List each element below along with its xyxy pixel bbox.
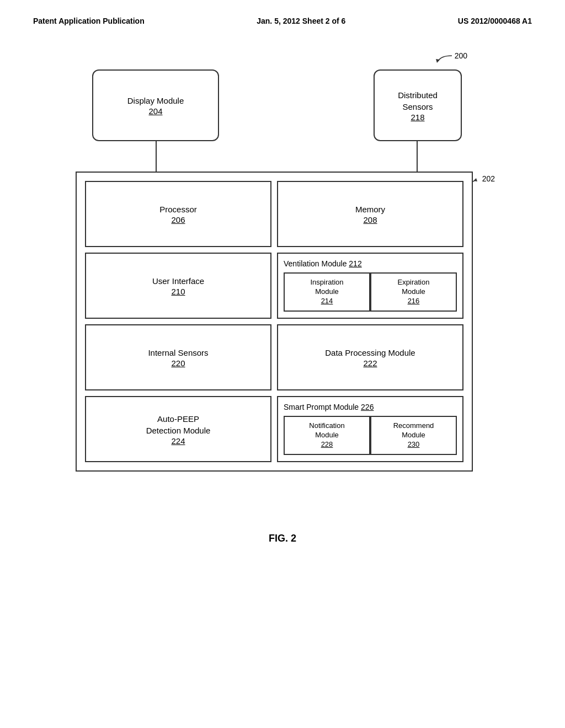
processor-number: 206 [171, 215, 185, 224]
auto-peep-cell: Auto-PEEP Detection Module 224 [85, 396, 271, 462]
distributed-sensors-box: Distributed Sensors 218 [374, 69, 462, 141]
ventilation-title: Ventilation Module 212 [284, 259, 457, 268]
smart-prompt-title: Smart Prompt Module 226 [284, 403, 457, 411]
processor-cell: Processor 206 [85, 181, 271, 247]
expiration-number: 216 [408, 297, 420, 306]
inspiration-number: 214 [321, 297, 333, 306]
expiration-module-box: Expiration Module 216 [370, 272, 457, 312]
display-module-box: Display Module 204 [92, 69, 219, 141]
distributed-sensors-number: 218 [411, 113, 424, 122]
ventilation-number: 212 [349, 259, 361, 268]
notification-module-box: Notification Module 228 [284, 416, 370, 455]
display-module-label: Display Module [127, 95, 184, 106]
internal-sensors-cell: Internal Sensors 220 [85, 324, 271, 390]
header-right: US 2012/0000468 A1 [458, 17, 532, 25]
smart-prompt-module-cell: Smart Prompt Module 226 Notification Mod… [277, 396, 463, 462]
fig-caption: FIG. 2 [0, 533, 565, 544]
svg-marker-1 [473, 178, 477, 181]
memory-label: Memory [355, 204, 385, 215]
connector-display [156, 141, 157, 172]
display-module-number: 204 [148, 106, 162, 116]
header-left: Patent Application Publication [33, 17, 145, 25]
data-processing-label: Data Processing Module [325, 347, 415, 358]
notification-label: Notification Module [309, 421, 344, 440]
distributed-sensors-label: Distributed Sensors [398, 89, 438, 113]
data-processing-cell: Data Processing Module 222 [277, 324, 463, 390]
auto-peep-number: 224 [171, 436, 185, 446]
memory-cell: Memory 208 [277, 181, 463, 247]
diagram-area: 200 Display Module 204 Distributed Senso… [76, 42, 489, 522]
memory-number: 208 [363, 215, 377, 224]
user-interface-number: 210 [171, 287, 185, 296]
user-interface-label: User Interface [152, 275, 204, 287]
internal-sensors-label: Internal Sensors [148, 347, 208, 358]
inspiration-module-box: Inspiration Module 214 [284, 272, 370, 312]
notification-number: 228 [321, 440, 333, 449]
processor-label: Processor [159, 204, 197, 215]
expiration-label: Expiration Module [398, 278, 430, 297]
smart-prompt-number: 226 [361, 403, 374, 411]
internal-sensors-number: 220 [171, 358, 185, 368]
ventilation-sub: Inspiration Module 214 Expiration Module… [284, 272, 457, 312]
header-center: Jan. 5, 2012 Sheet 2 of 6 [257, 17, 345, 25]
svg-marker-0 [436, 59, 440, 63]
smart-prompt-sub: Notification Module 228 Recommend Module… [284, 416, 457, 455]
main-grid: Processor 206 Memory 208 User Interface … [85, 181, 463, 462]
data-processing-number: 222 [363, 358, 377, 368]
label-200: 200 [455, 51, 467, 60]
main-box: Processor 206 Memory 208 User Interface … [76, 172, 473, 472]
label-202: 202 [482, 174, 495, 183]
ventilation-module-cell: Ventilation Module 212 Inspiration Modul… [277, 253, 463, 319]
user-interface-cell: User Interface 210 [85, 253, 271, 319]
recommend-module-box: Recommend Module 230 [370, 416, 457, 455]
inspiration-label: Inspiration Module [311, 278, 344, 297]
page-header: Patent Application Publication Jan. 5, 2… [0, 0, 565, 31]
label-200-group: 200 [419, 47, 467, 64]
auto-peep-label: Auto-PEEP Detection Module [146, 413, 211, 436]
connector-sensors [417, 141, 418, 172]
recommend-number: 230 [408, 440, 420, 449]
recommend-label: Recommend Module [393, 421, 434, 440]
